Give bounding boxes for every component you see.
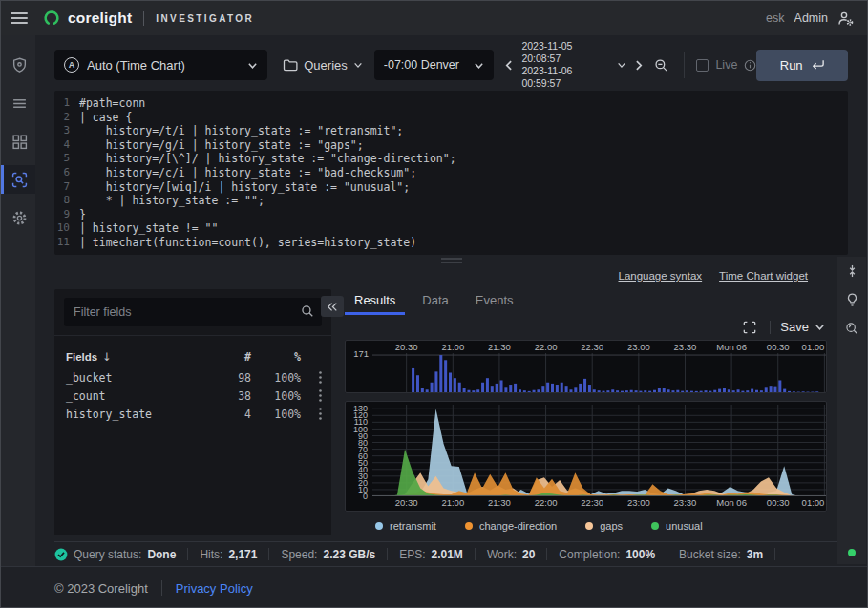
field-menu-button[interactable]	[301, 408, 322, 420]
field-pct: 100%	[251, 371, 301, 385]
range-next-button[interactable]	[628, 55, 648, 75]
legend-dot	[651, 522, 659, 530]
list-icon	[11, 95, 28, 112]
fullscreen-button[interactable]	[739, 317, 760, 338]
bar-chart[interactable]: 171 20:3021:0021:3022:0022:3023:0023:30M…	[345, 340, 827, 393]
status-label: Bucket size:	[679, 548, 741, 561]
code-text: }	[79, 208, 86, 222]
field-pct: 100%	[251, 408, 301, 421]
sidebar-item-settings[interactable]	[1, 203, 35, 232]
editor-line[interactable]: 8 * | history_state := "";	[54, 194, 848, 208]
queries-menu-button[interactable]: Queries	[283, 58, 363, 73]
chevron-right-icon	[632, 59, 645, 72]
legend-item-unusual[interactable]: unusual	[651, 520, 703, 532]
editor-line[interactable]: 9}	[54, 208, 848, 222]
collapse-vertical-icon[interactable]	[846, 264, 858, 278]
legend-item-retransmit[interactable]: retransmit	[375, 520, 436, 532]
legend-label: retransmit	[390, 520, 436, 532]
editor-line[interactable]: 2| case {	[54, 111, 848, 125]
help-links-row: Language syntax Time Chart widget	[54, 266, 848, 285]
filter-fields-input[interactable]	[64, 298, 322, 326]
right-rail	[837, 257, 866, 564]
fields-sort-header[interactable]: Fields↓	[66, 350, 209, 364]
editor-line[interactable]: 4 history=/g/i | history_state := "gaps"…	[54, 138, 848, 153]
bar-chart-canvas[interactable]	[372, 353, 826, 392]
lightbulb-icon[interactable]	[846, 293, 858, 306]
language-syntax-link[interactable]: Language syntax	[619, 270, 703, 282]
field-row[interactable]: _bucket98100%	[66, 368, 322, 387]
status-divider	[187, 548, 188, 560]
fullscreen-icon	[743, 321, 756, 334]
editor-line[interactable]: 3 history=/t/i | history_state := "retra…	[54, 124, 848, 138]
editor-line[interactable]: 7 history=/[wiq]/i | history_state := "u…	[54, 180, 848, 195]
legend-label: gaps	[600, 520, 623, 532]
editor-line[interactable]: 1#path=conn	[54, 96, 848, 111]
bar-tick-label: 22:30	[581, 342, 603, 352]
status-item: Query status:Done	[54, 548, 176, 561]
fields-table-header: Fields↓ # %	[66, 346, 322, 368]
legend-dot	[375, 522, 383, 530]
privacy-policy-link[interactable]: Privacy Policy	[176, 581, 253, 596]
field-row[interactable]: _count38100%	[66, 387, 322, 405]
corelight-logo: corelight INVESTIGATOR	[43, 10, 254, 27]
status-label: Query status:	[74, 548, 141, 561]
kebab-icon	[319, 389, 322, 402]
live-label: Live	[715, 58, 737, 72]
legend-item-gaps[interactable]: gaps	[585, 520, 623, 532]
shield-icon	[11, 57, 28, 73]
tab-data[interactable]: Data	[413, 289, 457, 315]
sidebar-item-dashboards[interactable]	[1, 127, 35, 156]
sidebar-item-logs[interactable]	[1, 89, 35, 117]
range-start: 2023-11-05 20:08:57	[521, 40, 613, 65]
kebab-icon	[319, 408, 322, 420]
editor-line[interactable]: 5 history=/[\^]/ | history_state := "cha…	[54, 152, 848, 166]
area-tick-label: 22:00	[535, 497, 558, 508]
zoom-out-button[interactable]	[650, 54, 672, 76]
app-window: corelight INVESTIGATOR esk Admin	[0, 0, 868, 608]
run-label: Run	[780, 58, 803, 73]
editor-line[interactable]: 10| history_state != ""	[54, 221, 848, 236]
footer: © 2023 Corelight Privacy Policy	[1, 566, 867, 608]
area-y-axis: 0102030405060708090100110120130	[346, 405, 372, 496]
chevron-down-icon	[353, 60, 363, 70]
legend-item-change-direction[interactable]: change-direction	[465, 520, 557, 532]
run-button[interactable]: Run	[756, 50, 848, 81]
user-name: esk	[766, 11, 784, 25]
scan-search-icon	[11, 172, 28, 188]
field-menu-button[interactable]	[301, 389, 322, 402]
tab-events[interactable]: Events	[466, 289, 523, 315]
status-value: 2,171	[228, 548, 257, 561]
time-chart-widget-link[interactable]: Time Chart widget	[719, 270, 808, 282]
user-gear-icon	[837, 10, 854, 27]
menu-icon[interactable]	[11, 12, 28, 24]
timezone-select[interactable]: -07:00 Denver	[374, 50, 495, 80]
area-chart[interactable]: 0102030405060708090100110120130 20:3021:…	[345, 401, 827, 512]
range-prev-button[interactable]	[499, 55, 519, 75]
collapse-panel-button[interactable]	[321, 296, 344, 317]
editor-line[interactable]: 11| timechart(function=count(), series=h…	[54, 236, 848, 250]
status-item: Speed:2.23 GB/s	[281, 548, 375, 561]
sidebar-item-search[interactable]	[1, 165, 35, 194]
search-circle-icon[interactable]	[845, 322, 858, 335]
footer-divider	[161, 580, 162, 596]
status-item: Bucket size:3m	[679, 548, 763, 561]
time-range-picker[interactable]: 2023-11-05 20:08:57 2023-11-06 00:59:57	[521, 40, 626, 90]
query-editor[interactable]: 1#path=conn2| case {3 history=/t/i | his…	[54, 91, 848, 255]
editor-resize-handle[interactable]	[54, 255, 848, 266]
tab-results[interactable]: Results	[345, 289, 405, 315]
live-checkbox[interactable]	[696, 59, 709, 72]
area-chart-canvas[interactable]	[372, 405, 826, 496]
sidebar-item-detections[interactable]	[1, 51, 35, 79]
check-circle-icon	[54, 548, 68, 561]
editor-line[interactable]: 6 history=/c/i | history_state := "bad-c…	[54, 166, 848, 180]
copyright-text: © 2023 Corelight	[54, 581, 148, 596]
chevron-down-icon	[815, 322, 825, 332]
field-menu-button[interactable]	[301, 371, 322, 384]
save-button[interactable]: Save	[780, 320, 827, 334]
line-number: 2	[54, 111, 79, 125]
line-number: 6	[54, 166, 79, 180]
live-toggle[interactable]: Live	[696, 58, 756, 72]
user-menu[interactable]: esk Admin	[766, 10, 854, 27]
field-row[interactable]: history_state4100%	[66, 405, 322, 423]
view-mode-select[interactable]: A Auto (Time Chart)	[54, 50, 267, 80]
